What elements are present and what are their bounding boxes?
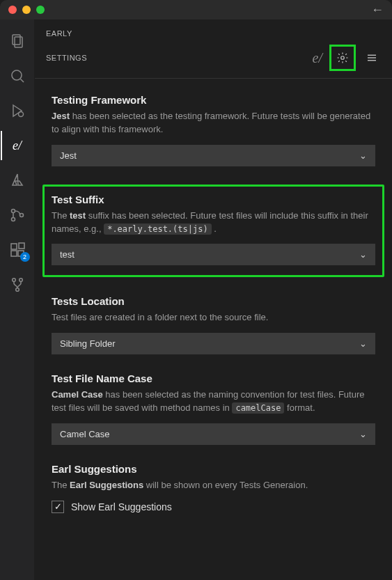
extensions-icon[interactable]: 2 xyxy=(1,235,34,265)
section-testing-framework: Testing Framework Jest has been selected… xyxy=(52,94,375,166)
code-snippet: *.early.test.(ts|js) xyxy=(104,224,212,235)
gear-icon[interactable] xyxy=(334,49,352,67)
settings-content: Testing Framework Jest has been selected… xyxy=(35,79,392,580)
maximize-window-button[interactable] xyxy=(36,6,45,14)
panel-app-label: EARLY xyxy=(35,19,392,45)
run-debug-icon[interactable] xyxy=(1,96,34,125)
suffix-select[interactable]: test ⌄ xyxy=(52,244,375,265)
svg-point-13 xyxy=(12,279,15,282)
select-value: Jest xyxy=(60,150,77,161)
location-select[interactable]: Sibling Folder ⌄ xyxy=(52,333,375,354)
settings-panel: EARLY SETTINGS e/ Testing Framework Jes xyxy=(35,19,392,580)
back-arrow-icon[interactable]: ← xyxy=(371,3,384,17)
section-tests-location: Tests Location Test files are created in… xyxy=(52,295,375,354)
search-icon[interactable] xyxy=(1,61,34,91)
section-description: Camel Case has been selected as the nami… xyxy=(52,389,375,415)
case-select[interactable]: Camel Case ⌄ xyxy=(52,423,375,445)
svg-rect-12 xyxy=(19,243,24,249)
svg-point-7 xyxy=(11,218,15,221)
show-suggestions-checkbox[interactable] xyxy=(52,501,64,513)
extensions-badge: 2 xyxy=(20,252,30,262)
traffic-lights xyxy=(8,6,45,14)
highlight-box-gear xyxy=(329,45,356,71)
section-earl-suggestions: Earl Suggestions The Earl Suggestions wi… xyxy=(52,463,375,513)
section-description: The test suffix has been selected. Futur… xyxy=(52,210,375,236)
explorer-icon[interactable] xyxy=(1,26,34,56)
source-control-icon[interactable] xyxy=(1,201,34,230)
chevron-down-icon: ⌄ xyxy=(359,249,367,260)
section-test-suffix: Test Suffix The test suffix has been sel… xyxy=(42,185,384,278)
section-title: Test File Name Case xyxy=(52,373,375,384)
svg-point-16 xyxy=(341,56,345,60)
svg-point-15 xyxy=(15,288,19,292)
framework-select[interactable]: Jest ⌄ xyxy=(52,145,375,166)
minimize-window-button[interactable] xyxy=(22,6,31,14)
section-description: Test files are created in a folder next … xyxy=(52,311,375,324)
svg-rect-0 xyxy=(13,35,20,45)
svg-rect-10 xyxy=(11,251,17,256)
activity-bar: e/ 2 xyxy=(0,19,35,580)
svg-line-3 xyxy=(20,79,24,83)
menu-icon[interactable] xyxy=(363,49,381,67)
chevron-down-icon: ⌄ xyxy=(359,338,367,349)
chevron-down-icon: ⌄ xyxy=(359,429,367,439)
svg-point-5 xyxy=(18,112,23,117)
section-description: The Earl Suggestions will be shown on ev… xyxy=(52,479,375,492)
azure-icon[interactable] xyxy=(1,166,34,195)
section-title: Earl Suggestions xyxy=(52,463,375,475)
fork-icon[interactable] xyxy=(1,270,34,299)
svg-marker-4 xyxy=(13,105,22,116)
code-snippet: camelCase xyxy=(232,402,284,414)
select-value: Camel Case xyxy=(60,429,110,439)
svg-point-6 xyxy=(11,210,15,213)
titlebar: ← xyxy=(0,0,392,19)
select-value: test xyxy=(60,249,75,260)
section-file-name-case: Test File Name Case Camel Case has been … xyxy=(52,373,375,445)
section-description: Jest has been selected as the testing fr… xyxy=(52,110,375,136)
svg-point-2 xyxy=(12,70,22,80)
close-window-button[interactable] xyxy=(8,6,17,14)
panel-section-label: SETTINGS xyxy=(46,54,87,62)
checkbox-label: Show Earl Suggestions xyxy=(71,501,172,512)
brand-logo-text: e/ xyxy=(313,50,322,66)
svg-rect-9 xyxy=(11,244,17,249)
early-extension-icon[interactable]: e/ xyxy=(1,131,34,160)
chevron-down-icon: ⌄ xyxy=(359,150,367,161)
section-title: Test Suffix xyxy=(52,194,375,205)
section-title: Tests Location xyxy=(52,295,375,307)
select-value: Sibling Folder xyxy=(60,338,116,349)
svg-point-14 xyxy=(19,279,22,282)
svg-rect-1 xyxy=(15,37,22,47)
section-title: Testing Framework xyxy=(52,94,375,106)
